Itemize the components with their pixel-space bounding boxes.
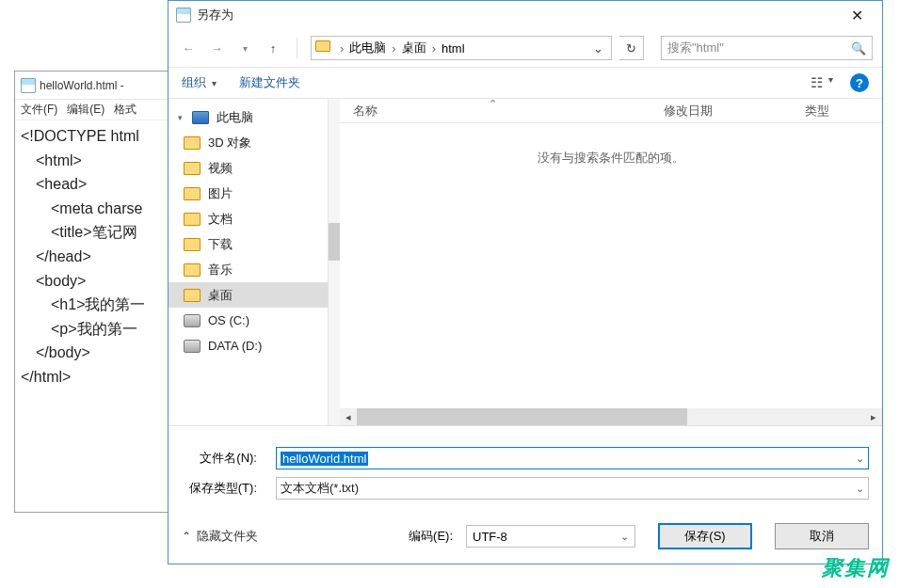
tree-item[interactable]: 图片 bbox=[169, 181, 328, 206]
view-icon: ☷ bbox=[811, 74, 823, 91]
help-button[interactable]: ? bbox=[850, 73, 869, 92]
search-placeholder: 搜索"html" bbox=[667, 40, 724, 56]
tree-item[interactable]: 下载 bbox=[169, 231, 328, 257]
menu-format[interactable]: 格式 bbox=[114, 102, 136, 118]
back-button[interactable]: ← bbox=[178, 38, 199, 58]
column-modified[interactable]: 修改日期 bbox=[650, 99, 792, 122]
encoding-label: 编码(E): bbox=[409, 528, 453, 545]
code-line: <body> bbox=[21, 269, 168, 294]
save-button[interactable]: 保存(S) bbox=[658, 523, 752, 549]
dialog-navbar: ← → ▾ ↑ › 此电脑 › 桌面 › html ⌄ ↻ 搜索"html" 🔍 bbox=[169, 29, 882, 67]
filename-value: helloWorld.html bbox=[281, 452, 368, 466]
dialog-icon bbox=[176, 8, 191, 23]
save-as-dialog: 另存为 ✕ ← → ▾ ↑ › 此电脑 › 桌面 › html ⌄ ↻ 搜索"h… bbox=[168, 0, 883, 564]
breadcrumb-thispc[interactable]: 此电脑 bbox=[349, 40, 386, 56]
notepad-title: helloWorld.html - bbox=[40, 79, 124, 92]
organize-button[interactable]: 组织 bbox=[182, 74, 206, 91]
code-line: <p>我的第一 bbox=[21, 317, 168, 342]
notepad-menubar[interactable]: 文件(F) 编辑(E) 格式 bbox=[15, 100, 173, 120]
empty-message: 没有与搜索条件匹配的项。 bbox=[538, 150, 684, 167]
tree-item[interactable]: 此电脑 bbox=[169, 104, 328, 130]
tree-item[interactable]: 桌面 bbox=[169, 282, 328, 308]
chevron-right-icon[interactable]: › bbox=[388, 41, 399, 56]
pc-icon bbox=[192, 111, 209, 124]
notepad-icon bbox=[21, 78, 36, 93]
drive-icon bbox=[184, 340, 201, 353]
menu-edit[interactable]: 编辑(E) bbox=[67, 102, 104, 118]
tree-item[interactable]: DATA (D:) bbox=[169, 333, 328, 358]
search-input[interactable]: 搜索"html" 🔍 bbox=[661, 36, 873, 60]
tree-item-label: 桌面 bbox=[208, 287, 233, 304]
savetype-dropdown-icon[interactable]: ⌄ bbox=[856, 483, 864, 495]
address-bar[interactable]: › 此电脑 › 桌面 › html ⌄ bbox=[311, 36, 612, 60]
chevron-right-icon[interactable]: › bbox=[428, 41, 440, 56]
dialog-title: 另存为 bbox=[197, 7, 233, 24]
tree-item[interactable]: 3D 对象 bbox=[169, 130, 328, 155]
code-line: </html> bbox=[21, 365, 168, 389]
menu-file[interactable]: 文件(F) bbox=[21, 102, 57, 118]
notepad-window: helloWorld.html - 文件(F) 编辑(E) 格式 <!DOCTY… bbox=[14, 71, 174, 513]
file-list-header[interactable]: 名称 ⌃ 修改日期 类型 bbox=[340, 99, 882, 123]
code-line: <title>笔记网 bbox=[21, 220, 168, 245]
cancel-button[interactable]: 取消 bbox=[775, 523, 869, 549]
splitter[interactable] bbox=[329, 99, 340, 425]
tree-item-label: 图片 bbox=[208, 185, 233, 202]
recent-dropdown-icon[interactable]: ▾ bbox=[234, 38, 255, 58]
folder-icon bbox=[184, 289, 201, 302]
horizontal-scrollbar[interactable]: ◂ ▸ bbox=[340, 408, 882, 425]
watermark: 聚集网 bbox=[822, 554, 890, 582]
scroll-right-icon[interactable]: ▸ bbox=[865, 408, 882, 425]
hide-folders-toggle[interactable]: 隐藏文件夹 bbox=[182, 528, 258, 545]
code-line: <!DOCTYPE html bbox=[21, 124, 168, 149]
tree-item-label: 此电脑 bbox=[217, 109, 253, 126]
savetype-value: 文本文档(*.txt) bbox=[281, 480, 359, 497]
code-line: <h1>我的第一 bbox=[21, 293, 168, 317]
file-list-body: 没有与搜索条件匹配的项。 bbox=[340, 123, 882, 408]
tree-item-label: DATA (D:) bbox=[208, 339, 262, 353]
code-line: </head> bbox=[21, 245, 168, 269]
code-line: <html> bbox=[21, 149, 168, 173]
folder-tree[interactable]: 此电脑3D 对象视频图片文档下载音乐桌面OS (C:)DATA (D:) bbox=[169, 99, 329, 425]
tree-item-label: 下载 bbox=[208, 236, 233, 253]
column-type[interactable]: 类型 bbox=[792, 99, 843, 122]
view-button[interactable]: ☷ ▾ bbox=[811, 74, 833, 91]
folder-icon bbox=[184, 213, 201, 226]
encoding-value: UTF-8 bbox=[473, 530, 507, 544]
notepad-body[interactable]: <!DOCTYPE html<html><head><meta charse<t… bbox=[15, 120, 173, 393]
tree-item[interactable]: 音乐 bbox=[169, 257, 328, 282]
search-icon[interactable]: 🔍 bbox=[851, 41, 866, 56]
scroll-left-icon[interactable]: ◂ bbox=[340, 408, 357, 425]
tree-item-label: OS (C:) bbox=[208, 313, 249, 327]
folder-icon bbox=[184, 263, 201, 277]
organize-dropdown-icon[interactable]: ▾ bbox=[212, 78, 217, 88]
folder-icon bbox=[184, 238, 201, 251]
breadcrumb-html[interactable]: html bbox=[441, 41, 465, 56]
newfolder-button[interactable]: 新建文件夹 bbox=[239, 74, 300, 91]
tree-item-label: 3D 对象 bbox=[208, 135, 251, 151]
filename-input[interactable]: helloWorld.html ⌄ bbox=[276, 447, 869, 469]
filename-dropdown-icon[interactable]: ⌄ bbox=[856, 453, 864, 465]
tree-item[interactable]: OS (C:) bbox=[169, 308, 328, 333]
tree-item[interactable]: 视频 bbox=[169, 155, 328, 181]
refresh-button[interactable]: ↻ bbox=[619, 36, 644, 60]
filename-label: 文件名(N): bbox=[182, 450, 257, 467]
sort-arrow-icon: ⌃ bbox=[489, 98, 497, 110]
folder-icon bbox=[184, 162, 201, 175]
up-button[interactable]: ↑ bbox=[263, 38, 283, 58]
dialog-toolbar: 组织 ▾ 新建文件夹 ☷ ▾ ? bbox=[169, 67, 882, 99]
forward-button[interactable]: → bbox=[206, 38, 227, 58]
code-line: <head> bbox=[21, 172, 168, 197]
breadcrumb-desktop[interactable]: 桌面 bbox=[402, 40, 426, 56]
encoding-select[interactable]: UTF-8 ⌄ bbox=[466, 525, 635, 548]
encoding-dropdown-icon[interactable]: ⌄ bbox=[620, 531, 629, 543]
savetype-select[interactable]: 文本文档(*.txt) ⌄ bbox=[276, 477, 869, 500]
dialog-titlebar: 另存为 ✕ bbox=[169, 1, 882, 29]
close-button[interactable]: ✕ bbox=[839, 7, 875, 24]
tree-item[interactable]: 文档 bbox=[169, 206, 328, 231]
savetype-label: 保存类型(T): bbox=[182, 480, 257, 497]
chevron-right-icon[interactable]: › bbox=[336, 41, 347, 56]
drive-icon bbox=[184, 314, 201, 327]
folder-icon bbox=[315, 40, 330, 52]
code-line: <meta charse bbox=[21, 197, 168, 221]
address-dropdown-icon[interactable]: ⌄ bbox=[589, 41, 607, 56]
